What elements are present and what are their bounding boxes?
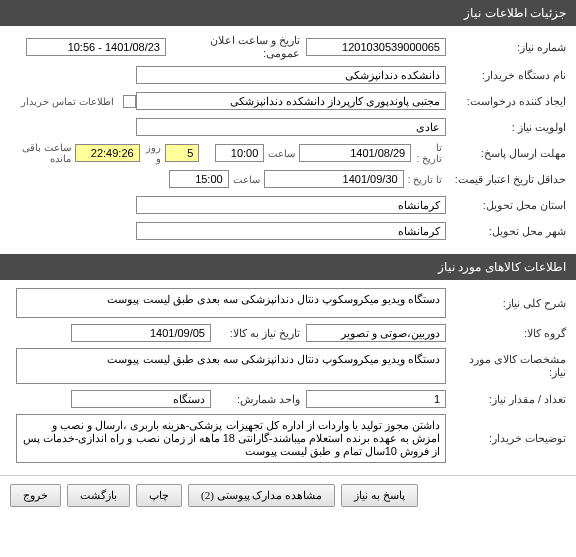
spec-label: مشخصات کالای مورد نیاز:	[446, 353, 566, 379]
to-date-label: تا تاریخ :	[411, 142, 446, 164]
qty-label: تعداد / مقدار نیاز:	[446, 393, 566, 406]
spec-field[interactable]: دستگاه ویدیو میکروسکوپ دنتال دندانپزشکی …	[16, 348, 446, 384]
need-to-date-label: تاریخ نیاز به کالا:	[211, 327, 306, 340]
header-title: جزئیات اطلاعات نیاز	[464, 6, 566, 20]
province-label: استان محل تحویل:	[446, 199, 566, 212]
requester-label: ایجاد کننده درخواست:	[446, 95, 566, 108]
exit-button[interactable]: خروج	[10, 484, 61, 507]
public-date-label: تاریخ و ساعت اعلان عمومی:	[166, 34, 306, 60]
goods-section: شرح کلی نیاز: دستگاه ویدیو میکروسکوپ دنت…	[0, 280, 576, 475]
deadline-time-field[interactable]: 10:00	[215, 144, 264, 162]
general-section: شماره نیاز: 1201030539000065 تاریخ و ساع…	[0, 26, 576, 254]
province-field[interactable]: کرمانشاه	[136, 196, 446, 214]
buyer-notes-label: توضیحات خریدار:	[446, 432, 566, 445]
unit-label: واحد شمارش:	[211, 393, 306, 406]
buyer-label: نام دستگاه خریدار:	[446, 69, 566, 82]
goods-header-bar: اطلاعات کالاهای مورد نیاز	[0, 254, 576, 280]
days-count-field: 5	[165, 144, 199, 162]
city-label: شهر محل تحویل:	[446, 225, 566, 238]
validity-date-field[interactable]: 1401/09/30	[264, 170, 404, 188]
goods-header-title: اطلاعات کالاهای مورد نیاز	[438, 260, 566, 274]
header-bar: جزئیات اطلاعات نیاز	[0, 0, 576, 26]
desc-label: شرح کلی نیاز:	[446, 297, 566, 310]
remaining-label: ساعت باقی مانده	[10, 142, 75, 164]
respond-button[interactable]: پاسخ به نیاز	[341, 484, 418, 507]
back-button[interactable]: بازگشت	[67, 484, 130, 507]
bottom-bar: پاسخ به نیاز مشاهده مدارک پیوستی (2) چاپ…	[0, 475, 576, 515]
days-and-label: روز و	[140, 142, 166, 164]
attachments-button[interactable]: مشاهده مدارک پیوستی (2)	[188, 484, 335, 507]
buyer-notes-field[interactable]: داشتن مجوز تولید یا واردات از اداره کل ت…	[16, 414, 446, 463]
validity-time-field[interactable]: 15:00	[169, 170, 229, 188]
buyer-contact-checkbox[interactable]	[123, 95, 136, 108]
group-label: گروه کالا:	[446, 327, 566, 340]
group-field[interactable]: دوربین،صوتی و تصویر	[306, 324, 446, 342]
deadline-date-field[interactable]: 1401/08/29	[299, 144, 411, 162]
unit-field[interactable]: دستگاه	[71, 390, 211, 408]
buyer-contact-label: اطلاعات تماس خریدار	[17, 96, 118, 107]
need-to-date-field[interactable]: 1401/09/05	[71, 324, 211, 342]
print-button[interactable]: چاپ	[136, 484, 182, 507]
time-label-1: ساعت	[264, 148, 299, 159]
countdown-field: 22:49:26	[75, 144, 140, 162]
buyer-field[interactable]: دانشکده دندانپزشکی	[136, 66, 446, 84]
time-label-2: ساعت	[229, 174, 264, 185]
public-date-field[interactable]: 1401/08/23 - 10:56	[26, 38, 166, 56]
validity-label: حداقل تاریخ اعتبار قیمت:	[446, 173, 566, 186]
need-no-field[interactable]: 1201030539000065	[306, 38, 446, 56]
requester-field[interactable]: مجتبی پاوندپوری کارپرداز دانشکده دندانپز…	[136, 92, 446, 110]
need-no-label: شماره نیاز:	[446, 41, 566, 54]
deadline-label: مهلت ارسال پاسخ:	[446, 147, 566, 160]
desc-field[interactable]: دستگاه ویدیو میکروسکوپ دنتال دندانپزشکی …	[16, 288, 446, 318]
city-field[interactable]: کرمانشاه	[136, 222, 446, 240]
priority-field[interactable]: عادی	[136, 118, 446, 136]
priority-label: اولویت نیاز :	[446, 121, 566, 134]
validity-to-date-label: تا تاریخ :	[404, 174, 446, 185]
qty-field[interactable]: 1	[306, 390, 446, 408]
